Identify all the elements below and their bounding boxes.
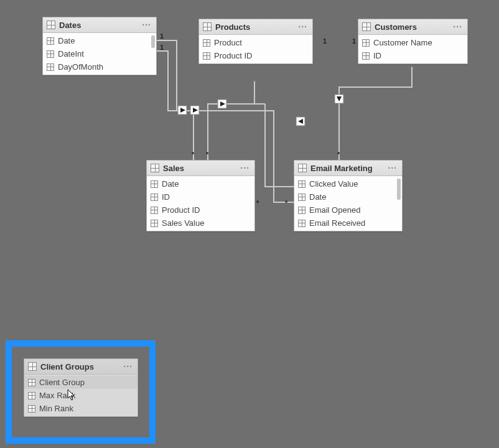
field-name: DayOfMonth: [58, 62, 103, 72]
column-icon: [47, 37, 54, 45]
column-icon: [47, 50, 54, 58]
field-list-products: Product Product ID: [199, 35, 312, 63]
column-icon: [298, 207, 305, 214]
table-title: Products: [215, 22, 250, 32]
field-row[interactable]: Email Received: [294, 217, 402, 230]
field-row[interactable]: ID: [147, 190, 254, 203]
table-client-groups[interactable]: Client Groups ··· Client Group Max Rank …: [24, 358, 138, 417]
field-row[interactable]: ID: [358, 49, 467, 62]
column-icon: [151, 220, 158, 227]
field-list-dates: Date DateInt DayOfMonth: [43, 33, 156, 75]
table-title: Client Groups: [40, 362, 94, 371]
column-icon: [362, 39, 370, 47]
column-icon: [28, 392, 35, 399]
column-icon: [47, 63, 54, 71]
field-row[interactable]: Date: [43, 34, 156, 47]
svg-text:*: *: [337, 151, 340, 158]
field-list-sales: Date ID Product ID Sales Value: [147, 176, 254, 231]
table-title: Customers: [375, 22, 417, 32]
field-row[interactable]: Clicked Value: [294, 177, 402, 190]
table-icon: [203, 22, 212, 31]
field-row[interactable]: DateInt: [43, 47, 156, 60]
column-icon: [151, 207, 158, 214]
svg-text:*: *: [206, 151, 209, 158]
table-sales[interactable]: Sales ··· Date ID Product ID Sales Value: [146, 160, 255, 231]
column-icon: [151, 180, 158, 188]
field-name: ID: [162, 192, 170, 202]
field-name: Date: [162, 179, 179, 189]
column-icon: [203, 39, 210, 47]
table-dates[interactable]: Dates ··· Date DateInt DayOfMonth: [42, 17, 157, 75]
field-row[interactable]: Product ID: [147, 203, 254, 217]
column-icon: [298, 220, 305, 227]
more-menu-icon[interactable]: ···: [453, 22, 464, 32]
scrollbar-thumb[interactable]: [151, 35, 155, 48]
more-menu-icon[interactable]: ···: [388, 163, 398, 173]
field-list-client-groups: Client Group Max Rank Min Rank: [24, 375, 138, 416]
table-icon: [298, 164, 307, 172]
svg-text:*: *: [192, 151, 195, 158]
field-name: Customer Name: [373, 38, 432, 47]
table-products[interactable]: Products ··· Product Product ID: [198, 19, 313, 64]
svg-rect-22: [335, 95, 343, 103]
field-row[interactable]: Client Group: [24, 376, 138, 389]
table-header-sales[interactable]: Sales ···: [147, 161, 254, 176]
scrollbar-thumb[interactable]: [397, 179, 401, 200]
field-row[interactable]: Min Rank: [24, 402, 138, 415]
table-header-email-marketing[interactable]: Email Marketing ···: [294, 161, 402, 176]
more-menu-icon[interactable]: ···: [298, 22, 309, 32]
field-name: Email Opened: [309, 205, 360, 215]
table-icon: [47, 21, 55, 29]
field-row[interactable]: Product: [199, 36, 312, 49]
field-name: Product ID: [162, 205, 200, 215]
mouse-cursor: [67, 389, 76, 401]
model-canvas[interactable]: 1 1 1 1 * * * * * Da: [0, 0, 499, 448]
column-icon: [28, 405, 35, 413]
field-name: Date: [58, 36, 75, 45]
svg-rect-19: [178, 106, 187, 114]
column-icon: [298, 194, 305, 201]
svg-point-2: [253, 80, 256, 83]
table-header-customers[interactable]: Customers ···: [358, 19, 467, 35]
table-header-dates[interactable]: Dates ···: [43, 17, 156, 33]
field-row[interactable]: Product ID: [199, 49, 312, 62]
table-title: Email Marketing: [310, 164, 373, 173]
field-row[interactable]: Date: [294, 190, 402, 203]
column-icon: [151, 194, 158, 201]
table-icon: [362, 22, 371, 31]
more-menu-icon[interactable]: ···: [123, 362, 134, 371]
field-name: Min Rank: [39, 404, 73, 413]
svg-point-3: [410, 65, 414, 69]
table-icon: [28, 362, 37, 371]
field-name: Clicked Value: [309, 179, 358, 189]
table-header-client-groups[interactable]: Client Groups ···: [24, 359, 138, 375]
more-menu-icon[interactable]: ···: [240, 163, 251, 173]
svg-text:1: 1: [160, 44, 164, 51]
table-header-products[interactable]: Products ···: [199, 19, 312, 35]
more-menu-icon[interactable]: ···: [142, 20, 152, 30]
field-row[interactable]: DayOfMonth: [43, 60, 156, 73]
field-list-email-marketing: Clicked Value Date Email Opened Email Re…: [294, 176, 402, 231]
field-name: Date: [309, 192, 326, 202]
table-customers[interactable]: Customers ··· Customer Name ID: [358, 19, 468, 64]
svg-rect-20: [190, 106, 199, 114]
field-name: Client Group: [39, 378, 85, 387]
table-title: Dates: [59, 21, 81, 30]
svg-text:1: 1: [352, 37, 356, 45]
svg-rect-21: [218, 100, 226, 108]
field-name: DateInt: [58, 49, 84, 58]
table-email-marketing[interactable]: Email Marketing ··· Clicked Value Date E…: [294, 160, 403, 231]
svg-text:1: 1: [323, 37, 327, 45]
svg-text:*: *: [285, 199, 288, 207]
column-icon: [298, 180, 305, 188]
field-row[interactable]: Sales Value: [147, 217, 254, 230]
table-title: Sales: [163, 164, 184, 173]
field-row[interactable]: Max Rank: [24, 389, 138, 402]
field-row[interactable]: Email Opened: [294, 203, 402, 217]
field-list-customers: Customer Name ID: [358, 35, 467, 63]
field-name: Email Received: [309, 218, 365, 228]
svg-text:*: *: [256, 199, 259, 207]
field-row[interactable]: Customer Name: [358, 36, 467, 49]
field-row[interactable]: Date: [147, 177, 254, 190]
svg-rect-23: [296, 117, 305, 126]
